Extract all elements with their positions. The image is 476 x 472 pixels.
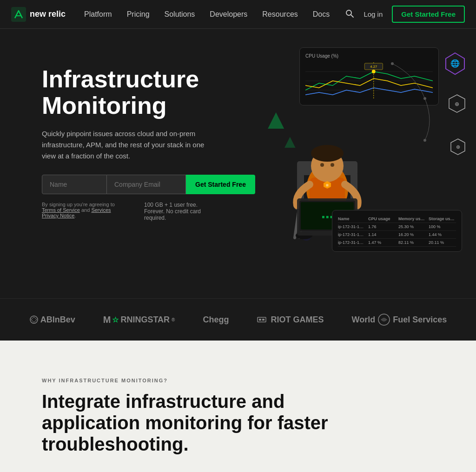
svg-text:⊕: ⊕ <box>455 101 459 107</box>
hero-heading: Infrastructure Monitoring <box>42 66 284 119</box>
hero-section: Infrastructure Monitoring Quickly pinpoi… <box>0 29 476 298</box>
hero-image: ▲ ▲ CPU Usage (%) <box>258 47 467 280</box>
nav-right: Log in Get Started Free <box>345 6 465 23</box>
nav-links: Platform Pricing Solutions Developers Re… <box>84 10 345 19</box>
svg-point-1 <box>346 10 351 15</box>
why-section: WHY INFRASTRUCTURE MONITORING? Integrate… <box>0 341 476 472</box>
table-row: ip-172-31-14-14 1.14 16.20 % 1.44 % <box>338 231 456 239</box>
hex-icon-1: 🌐 <box>443 52 467 75</box>
logo-worldfuel: World Fuel Services <box>352 313 447 327</box>
nav-cta-button[interactable]: Get Started Free <box>392 6 465 23</box>
terms-link[interactable]: Terms of Service <box>42 207 80 213</box>
cpu-chart: 4.27 <box>305 62 433 99</box>
svg-point-23 <box>331 163 334 167</box>
name-input[interactable] <box>42 175 107 194</box>
nav-pricing[interactable]: Pricing <box>127 10 150 19</box>
svg-rect-42 <box>258 317 266 322</box>
svg-point-46 <box>382 318 386 321</box>
col-cpu: CPU usage <box>368 216 396 221</box>
dashboard-top-card: CPU Usage (%) <box>299 47 439 105</box>
table-row: ip-172-31-11-13 1.76 25.30 % 100 % <box>338 223 456 231</box>
svg-text:⊕: ⊕ <box>456 144 460 150</box>
dashboard-bottom-card: Name CPU usage Memory usage (%) Storage … <box>332 210 462 252</box>
svg-text:⊞: ⊞ <box>326 184 329 187</box>
svg-rect-0 <box>11 7 26 22</box>
svg-text:🌐: 🌐 <box>450 59 460 68</box>
terms-text: By signing up you're agreeing to Terms o… <box>42 202 126 221</box>
hero-terms: By signing up you're agreeing to Terms o… <box>42 202 218 221</box>
search-icon[interactable] <box>345 9 354 20</box>
col-storage: Storage usage (%) <box>429 216 456 221</box>
login-link[interactable]: Log in <box>364 10 383 18</box>
logos-section: ABInBev M☆RNINGSTAR® Chegg RIOT GAMES Wo… <box>0 298 476 341</box>
svg-rect-43 <box>259 319 261 321</box>
svg-point-22 <box>320 163 324 167</box>
logo-morningstar: M☆RNINGSTAR® <box>103 315 175 325</box>
svg-rect-44 <box>262 319 264 321</box>
nav-resources[interactable]: Resources <box>262 10 298 19</box>
hero-description: Quickly pinpoint issues across cloud and… <box>42 128 214 162</box>
svg-point-21 <box>311 145 344 162</box>
col-name: Name <box>338 216 365 221</box>
col-memory: Memory usage (%) <box>398 216 426 221</box>
why-label: WHY INFRASTRUCTURE MONITORING? <box>42 378 434 383</box>
nav-developers[interactable]: Developers <box>210 10 247 19</box>
navbar: new relic Platform Pricing Solutions Dev… <box>0 0 476 29</box>
svg-text:■ ■ ■: ■ ■ ■ <box>322 214 333 219</box>
hero-content: Infrastructure Monitoring Quickly pinpoi… <box>42 66 284 221</box>
svg-point-40 <box>423 139 426 142</box>
svg-text:4.27: 4.27 <box>370 65 377 69</box>
nav-platform[interactable]: Platform <box>84 10 112 19</box>
hex-icon-2: ⊕ <box>447 94 467 113</box>
email-input[interactable] <box>107 175 186 194</box>
hero-form: Get Started Free <box>42 175 284 194</box>
table-header-row: Name CPU usage Memory usage (%) Storage … <box>338 215 456 223</box>
hex-icon-3: ⊕ <box>449 138 467 156</box>
table-row: ip-172-31-14-15 1.47 % 82.11 % 20.11 % <box>338 239 456 247</box>
hero-cta-button[interactable]: Get Started Free <box>186 175 255 194</box>
nav-solutions[interactable]: Solutions <box>165 10 195 19</box>
why-heading: Integrate infrastructure and application… <box>42 391 377 455</box>
nav-docs[interactable]: Docs <box>313 10 330 19</box>
logo-riot: RIOT GAMES <box>257 315 324 325</box>
free-tier-text: 100 GB + 1 user free. Forever. No credit… <box>144 202 218 221</box>
logo-chegg: Chegg <box>203 315 229 325</box>
chart-title: CPU Usage (%) <box>305 53 433 59</box>
logo[interactable]: new relic <box>11 7 66 22</box>
logo-abinbev: ABInBev <box>29 315 75 325</box>
